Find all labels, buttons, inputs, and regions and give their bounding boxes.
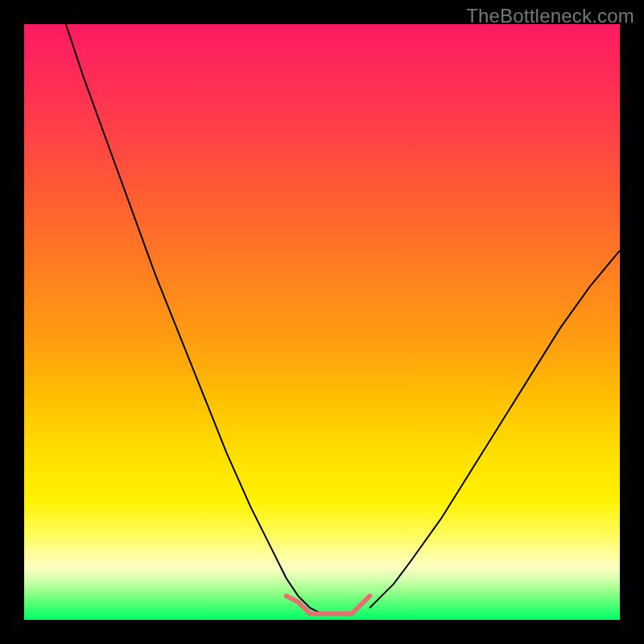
curve-layer bbox=[24, 24, 620, 620]
right-branch-path bbox=[369, 250, 620, 608]
floor-markers-path bbox=[287, 596, 370, 613]
left-branch-path bbox=[66, 24, 322, 614]
chart-frame: TheBottleneck.com bbox=[0, 0, 644, 644]
plot-area bbox=[24, 24, 620, 620]
